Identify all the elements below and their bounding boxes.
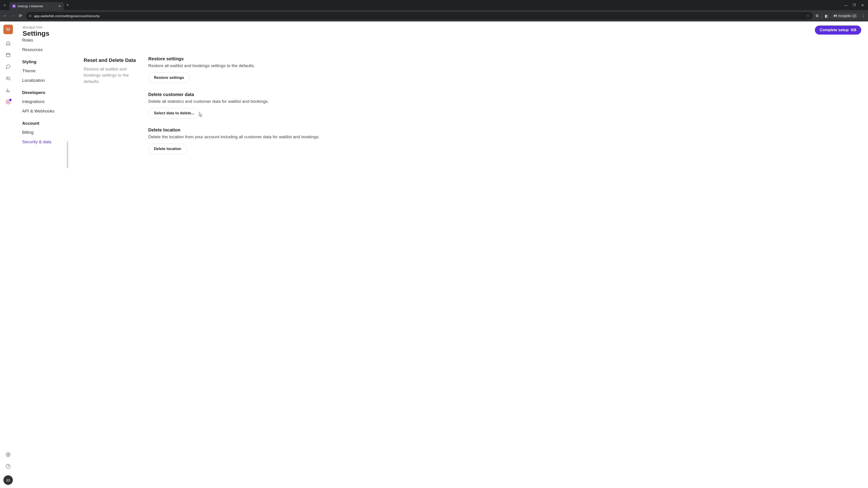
- section-items: Restore settings Restore all waitlist an…: [148, 56, 324, 488]
- settings-icon[interactable]: [5, 99, 11, 105]
- complete-setup-button[interactable]: Complete setup 6/8: [815, 26, 861, 35]
- back-icon[interactable]: ←: [3, 13, 7, 18]
- browser-titlebar: ▾ W Settings | Waitwhile ✕ + — ❐ ✕: [0, 0, 868, 10]
- nav-heading-account: Account: [22, 116, 68, 128]
- nav-item-theme[interactable]: Theme: [22, 66, 68, 76]
- incognito-icon: 🕶: [834, 14, 837, 18]
- org-avatar[interactable]: M: [3, 25, 13, 34]
- window-controls: — ❐ ✕: [844, 3, 868, 7]
- delete-location-heading: Delete location: [148, 127, 324, 133]
- settings-notification-dot: [9, 99, 11, 101]
- help-icon[interactable]: [5, 464, 11, 469]
- svg-point-4: [6, 464, 10, 468]
- tab-close-icon[interactable]: ✕: [58, 4, 61, 8]
- home-icon[interactable]: [5, 40, 11, 46]
- messages-icon[interactable]: [5, 64, 11, 69]
- tab-title: Settings | Waitwhile: [18, 4, 57, 8]
- delete-customer-data-block: Delete customer data Delete all statisti…: [148, 92, 324, 119]
- select-data-to-delete-button[interactable]: Select data to delete...: [148, 108, 200, 119]
- people-icon[interactable]: [5, 76, 11, 81]
- delete-customer-heading: Delete customer data: [148, 92, 324, 97]
- browser-toolbar: ← → ⟳ ⚙ app.waitwhile.com/settings/accou…: [0, 10, 868, 22]
- side-panel-icon[interactable]: ◧: [825, 14, 828, 18]
- url-text: app.waitwhile.com/settings/account/secur…: [34, 14, 100, 18]
- user-avatar[interactable]: JD: [3, 475, 13, 485]
- browser-menu-icon[interactable]: ⋮: [862, 14, 865, 18]
- lightning-icon[interactable]: [5, 452, 11, 457]
- nav-item-integrations[interactable]: Integrations: [22, 97, 68, 106]
- page-title: Settings: [23, 30, 49, 37]
- section-title: Reset and Delete Data: [84, 57, 138, 64]
- org-name: Moodjoy7434: [23, 26, 49, 29]
- restore-settings-button[interactable]: Restore settings: [148, 72, 190, 83]
- new-tab-button[interactable]: +: [66, 3, 69, 7]
- nav-scrollbar-thumb[interactable]: [67, 141, 68, 168]
- svg-point-3: [6, 453, 10, 457]
- incognito-count: (2): [852, 14, 856, 18]
- settings-nav: Roles Resources Styling Theme Localizati…: [16, 37, 68, 488]
- delete-customer-desc: Delete all statistics and customer data …: [148, 98, 324, 105]
- nav-item-localization[interactable]: Localization: [22, 76, 68, 85]
- toolbar-right: ⧉ ◧ 🕶 Incognito (2) ⋮: [816, 13, 865, 19]
- icon-rail: M JD: [0, 22, 16, 488]
- nav-item-security-data[interactable]: Security & data: [22, 137, 68, 147]
- setup-label: Complete setup: [820, 28, 849, 32]
- app-viewport: M JD Moodjoy7434: [0, 22, 868, 488]
- delete-location-desc: Delete the location from your account in…: [148, 134, 324, 140]
- restore-heading: Restore settings: [148, 56, 324, 61]
- browser-tab[interactable]: W Settings | Waitwhile ✕: [9, 2, 64, 10]
- address-bar[interactable]: ⚙ app.waitwhile.com/settings/account/sec…: [26, 12, 813, 20]
- nav-item-roles[interactable]: Roles: [22, 37, 68, 45]
- bookmark-star-icon[interactable]: ☆: [807, 14, 809, 18]
- svg-point-1: [7, 77, 8, 78]
- delete-location-block: Delete location Delete the location from…: [148, 127, 324, 154]
- browser-chrome: ▾ W Settings | Waitwhile ✕ + — ❐ ✕ ← → ⟳…: [0, 0, 868, 22]
- extensions-icon[interactable]: ⧉: [816, 14, 818, 18]
- incognito-label: Incognito: [838, 14, 851, 18]
- waitwhile-favicon: W: [12, 4, 16, 8]
- section-subtitle: Restore all waitlist and bookings settin…: [84, 66, 138, 85]
- restore-settings-block: Restore settings Restore all waitlist an…: [148, 56, 324, 83]
- window-minimize-icon[interactable]: —: [844, 3, 847, 7]
- window-close-icon[interactable]: ✕: [861, 3, 864, 7]
- window-maximize-icon[interactable]: ❐: [853, 3, 856, 7]
- delete-location-button[interactable]: Delete location: [148, 144, 187, 154]
- tab-search-dropdown[interactable]: ▾: [0, 0, 9, 10]
- nav-item-billing[interactable]: Billing: [22, 128, 68, 137]
- section-intro: Reset and Delete Data Restore all waitli…: [84, 57, 138, 488]
- setup-progress: 6/8: [851, 28, 856, 32]
- analytics-icon[interactable]: [5, 88, 11, 93]
- forward-icon: →: [10, 13, 15, 18]
- nav-heading-developers: Developers: [22, 85, 68, 97]
- nav-heading-styling: Styling: [22, 55, 68, 66]
- svg-point-2: [7, 101, 9, 103]
- main-columns: Roles Resources Styling Theme Localizati…: [16, 37, 868, 488]
- svg-rect-0: [6, 54, 10, 57]
- nav-item-api-webhooks[interactable]: API & Webhooks: [22, 106, 68, 116]
- reload-icon[interactable]: ⟳: [18, 13, 23, 18]
- page-header: Moodjoy7434 Settings Complete setup 6/8: [16, 22, 868, 37]
- restore-desc: Restore all waitlist and bookings settin…: [148, 63, 324, 69]
- site-settings-icon[interactable]: ⚙: [29, 14, 32, 18]
- calendar-icon[interactable]: [5, 52, 11, 58]
- content-area: Moodjoy7434 Settings Complete setup 6/8 …: [16, 22, 868, 488]
- nav-item-resources[interactable]: Resources: [22, 45, 68, 55]
- settings-body: Reset and Delete Data Restore all waitli…: [68, 37, 868, 488]
- incognito-badge[interactable]: 🕶 Incognito (2): [831, 13, 859, 19]
